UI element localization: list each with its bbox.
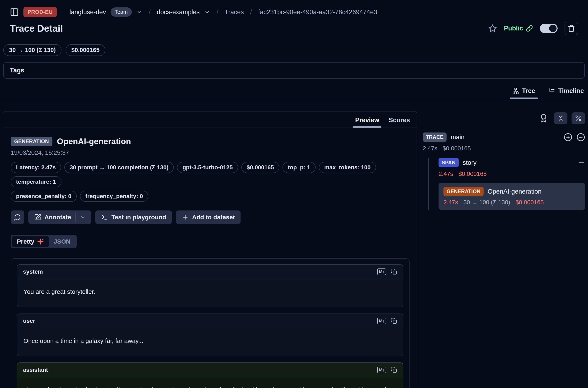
format-pretty-segment[interactable]: Pretty — [12, 236, 49, 247]
generation-node-badge: GENERATION — [443, 187, 484, 196]
annotate-label: Annotate — [45, 214, 71, 221]
public-link[interactable]: Public — [504, 25, 533, 32]
environment-badge[interactable]: PROD-EU — [23, 7, 57, 17]
public-label: Public — [504, 25, 523, 32]
generation-node-selected[interactable]: GENERATION OpenAI-generation 2.47s 30 → … — [439, 183, 585, 210]
latency-badge[interactable]: Latency: 2.47s — [11, 162, 61, 173]
trace-metrics: 30 → 100 (Σ 130) $0.000165 — [0, 35, 588, 56]
plus-icon — [182, 214, 189, 221]
tags-section[interactable]: Tags — [3, 62, 585, 79]
comment-icon — [14, 214, 21, 221]
page-title: Trace Detail — [10, 23, 63, 34]
copy-icon[interactable] — [391, 367, 397, 373]
tab-timeline-label: Timeline — [558, 87, 584, 95]
collapse-all-button[interactable] — [554, 112, 567, 124]
tab-timeline[interactable]: Timeline — [547, 87, 585, 99]
tab-scores[interactable]: Scores — [389, 117, 410, 127]
span-node-badge: SPAN — [439, 158, 459, 167]
presence-penalty-badge[interactable]: presence_penalty: 0 — [11, 191, 77, 202]
observation-title: OpenAI-generation — [57, 137, 131, 146]
tab-tree[interactable]: Tree — [511, 87, 536, 99]
tab-tree-label: Tree — [522, 87, 535, 95]
panel-tabs: Preview Scores — [3, 112, 417, 128]
generation-cost: $0.000165 — [515, 199, 543, 206]
message-content: There existed a majestic planet called L… — [17, 377, 403, 388]
breadcrumb-separator: / — [250, 8, 252, 16]
assistant-paragraph: There existed a majestic planet called L… — [23, 385, 397, 388]
model-badge[interactable]: gpt-3.5-turbo-0125 — [177, 162, 238, 173]
observation-panel: Preview Scores GENERATION OpenAI-generat… — [3, 111, 417, 388]
breadcrumb-separator: / — [149, 8, 151, 16]
markdown-toggle-icon[interactable]: M↓ — [377, 268, 386, 275]
page-header: Trace Detail Public — [0, 17, 588, 35]
project-switcher-chevron-down-icon[interactable] — [204, 9, 210, 15]
star-icon[interactable] — [488, 24, 497, 33]
temperature-badge[interactable]: temperature: 1 — [11, 176, 62, 187]
link-icon[interactable] — [526, 25, 533, 32]
message-content: Once upon a time in a galaxy far, far aw… — [17, 328, 403, 356]
trace-node[interactable]: TRACE main — [423, 132, 585, 142]
markdown-toggle-icon[interactable]: M↓ — [377, 318, 386, 324]
message-system: system M↓ You are a great storyteller. — [17, 264, 403, 307]
tree-icon — [512, 87, 519, 95]
copy-icon[interactable] — [391, 318, 397, 324]
breadcrumb-trace-id[interactable]: fac231bc-90ee-490a-aa32-78c4269474e3 — [258, 8, 377, 16]
span-node[interactable]: SPAN story — [439, 158, 585, 167]
generation-node-name: OpenAI-generation — [488, 188, 542, 195]
playground-label: Test in playground — [112, 214, 166, 221]
message-role: assistant — [23, 367, 48, 373]
trace-tree-panel: TRACE main 2.47s $0.000165 SPAN story — [423, 111, 585, 210]
frequency-penalty-badge[interactable]: frequency_penalty: 0 — [80, 191, 148, 202]
sidebar-toggle-icon[interactable] — [10, 8, 19, 17]
add-to-dataset-button[interactable]: Add to dataset — [176, 211, 241, 224]
delete-trace-button[interactable] — [565, 22, 578, 35]
show-percentages-button[interactable] — [571, 112, 585, 124]
test-in-playground-button[interactable]: Test in playground — [95, 211, 172, 224]
trace-latency: 2.47s — [423, 145, 437, 152]
markdown-toggle-icon[interactable]: M↓ — [377, 367, 386, 373]
cost-badge[interactable]: $0.000165 — [241, 162, 279, 173]
percent-icon — [575, 115, 582, 122]
comment-button[interactable] — [11, 211, 24, 224]
edit-icon — [34, 214, 41, 221]
observation-type-badge: GENERATION — [11, 137, 52, 146]
timeline-icon — [548, 87, 555, 95]
award-icon[interactable] — [539, 114, 548, 123]
copy-icon[interactable] — [391, 268, 397, 275]
max-tokens-badge[interactable]: max_tokens: 100 — [319, 162, 376, 173]
trash-icon — [568, 25, 575, 32]
messages-container: system M↓ You are a great storyteller. u… — [11, 258, 409, 388]
breadcrumb-org[interactable]: langfuse-dev — [69, 8, 106, 16]
trace-node-metrics: 2.47s $0.000165 — [423, 145, 585, 152]
generation-node-metrics: 2.47s 30 → 100 (Σ 130) $0.000165 — [443, 199, 580, 206]
format-json-segment[interactable]: JSON — [49, 236, 75, 247]
collapse-node-icon[interactable] — [577, 159, 585, 167]
annotate-chevron-down-icon[interactable] — [80, 214, 86, 220]
trace-cost: $0.000165 — [443, 145, 471, 152]
breadcrumb-separator: / — [217, 8, 218, 16]
tab-preview[interactable]: Preview — [355, 117, 379, 127]
toggle-knob — [549, 25, 557, 32]
observation-timestamp: 19/03/2024, 15:25:37 — [11, 149, 409, 156]
trace-cost-badge[interactable]: $0.000165 — [66, 44, 105, 56]
org-switcher-chevron-down-icon[interactable] — [136, 9, 142, 15]
public-toggle[interactable] — [540, 24, 558, 33]
span-latency: 2.47s — [439, 170, 453, 177]
message-role: user — [23, 318, 35, 324]
button-divider — [75, 213, 76, 222]
top-p-badge[interactable]: top_p: 1 — [282, 162, 316, 173]
breadcrumb-project[interactable]: docs-examples — [157, 8, 200, 16]
span-node-name: story — [463, 159, 476, 167]
span-cost: $0.000165 — [458, 170, 487, 177]
trace-token-usage-badge[interactable]: 30 → 100 (Σ 130) — [3, 44, 62, 56]
pretty-label: Pretty — [17, 238, 34, 245]
collapse-all-circle-icon[interactable] — [576, 133, 585, 142]
token-usage-badge[interactable]: 30 prompt → 100 completion (Σ 130) — [64, 162, 174, 173]
message-user: user M↓ Once upon a time in a galaxy far… — [17, 314, 403, 357]
expand-all-icon[interactable] — [564, 133, 572, 142]
org-plan-badge: Team — [111, 7, 132, 17]
breadcrumb-traces[interactable]: Traces — [225, 8, 244, 16]
tags-label: Tags — [10, 67, 24, 74]
annotate-button[interactable]: Annotate — [28, 211, 91, 224]
generation-latency: 2.47s — [443, 199, 458, 206]
